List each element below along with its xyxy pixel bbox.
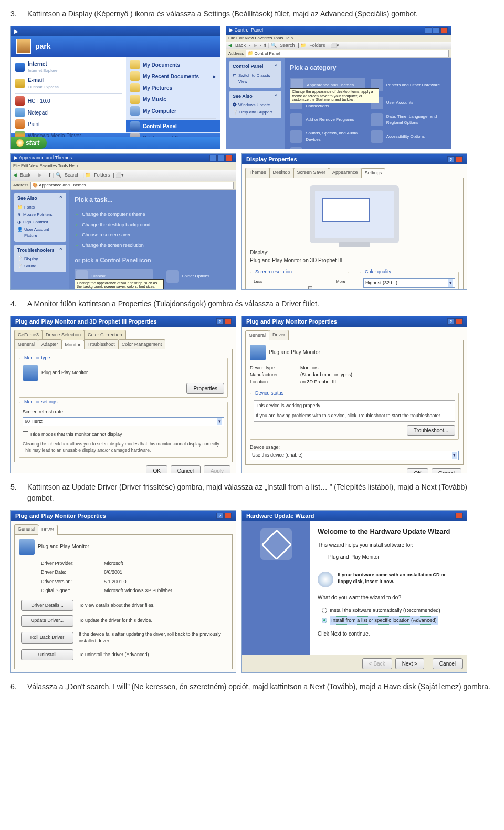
see-also-high-contrast[interactable]: ◑ High Contrast	[17, 219, 63, 226]
instruction-3-number: 3.	[10, 8, 22, 19]
category-printers[interactable]: Printers and Other Hardware	[371, 78, 446, 92]
color-quality-select[interactable]: Highest (32 bit)	[363, 278, 455, 288]
uninstall-button[interactable]: Uninstall	[21, 649, 74, 661]
start-item-my-documents[interactable]: My Documents	[126, 59, 220, 70]
menu-bar[interactable]: File Edit View Favorites Tools Help	[226, 35, 451, 42]
see-also-user-picture[interactable]: 👤 User Account Picture	[17, 226, 63, 240]
category-add-remove[interactable]: Add or Remove Programs	[290, 113, 365, 126]
see-also-help-support[interactable]: ❔ Help and Support	[233, 109, 278, 116]
start-button[interactable]: start	[11, 137, 47, 149]
tab-general[interactable]: General	[14, 524, 38, 534]
minimize-button[interactable]	[425, 27, 432, 34]
close-button[interactable]	[440, 27, 448, 34]
properties-button[interactable]: Properties	[186, 383, 224, 394]
start-item-my-music[interactable]: My Music	[126, 94, 220, 105]
refresh-rate-select[interactable]: 60 Hertz	[23, 417, 224, 427]
hide-modes-checkbox[interactable]: Hide modes that this monitor cannot disp…	[23, 431, 224, 439]
driver-details-button[interactable]: Driver Details...	[21, 600, 74, 611]
tab-adapter[interactable]: Adapter	[38, 339, 62, 349]
task-screen-resolution[interactable]: Change the screen resolution	[75, 241, 230, 251]
back-button[interactable]: ◀	[228, 42, 232, 49]
help-button[interactable]: ?	[216, 513, 224, 519]
maximize-button[interactable]	[217, 155, 225, 161]
close-button[interactable]	[224, 318, 232, 325]
ok-button[interactable]: OK	[146, 465, 167, 473]
start-item-internet[interactable]: InternetInternet Explorer	[11, 59, 126, 75]
task-change-background[interactable]: Change the desktop background	[75, 220, 230, 231]
start-item-my-computer[interactable]: My Computer	[126, 105, 220, 117]
category-sounds[interactable]: Sounds, Speech, and Audio Devices	[290, 130, 365, 143]
tab-appearance[interactable]: Appearance	[329, 168, 362, 178]
start-item-email[interactable]: E-mailOutlook Express	[11, 75, 126, 91]
task-change-theme[interactable]: Change the computer's theme	[75, 210, 230, 220]
ts-sound[interactable]: ❔ Sound	[17, 263, 63, 270]
troubleshoot-button[interactable]: Troubleshoot...	[407, 425, 455, 436]
tab-screen-saver[interactable]: Screen Saver	[293, 168, 330, 178]
tab-general[interactable]: General	[245, 330, 269, 340]
minimize-button[interactable]	[209, 155, 217, 161]
close-button[interactable]	[224, 513, 232, 519]
category-region[interactable]: Date, Time, Language, and Regional Optio…	[371, 113, 446, 126]
cancel-button[interactable]: Cancel	[432, 468, 461, 474]
wizard-heading: Welcome to the Hardware Update Wizard	[318, 526, 459, 537]
tab-device-selection[interactable]: Device Selection	[42, 330, 85, 340]
icon-folder-options[interactable]: Folder Options	[166, 269, 209, 284]
start-item-notepad[interactable]: Notepad	[11, 107, 126, 118]
address-bar[interactable]: Address 📁 Control Panel	[226, 49, 451, 58]
category-users[interactable]: User Accounts	[371, 97, 446, 109]
collapse-icon[interactable]: ⌃	[274, 93, 278, 100]
category-performance[interactable]: Performance and Maintenance	[290, 147, 365, 149]
maximize-button[interactable]	[433, 27, 440, 34]
ok-button[interactable]: OK	[407, 468, 428, 474]
switch-classic-view[interactable]: ⮂Switch to Classic View	[233, 72, 278, 86]
category-accessibility[interactable]: Accessibility Options	[371, 130, 446, 143]
tab-general[interactable]: General	[14, 339, 38, 349]
help-button[interactable]: ?	[447, 156, 455, 162]
see-also-mouse[interactable]: 🖱 Mouse Pointers	[17, 211, 63, 219]
resolution-slider[interactable]	[257, 289, 342, 290]
cancel-button[interactable]: Cancel	[433, 658, 463, 669]
apply-button[interactable]: Apply	[204, 465, 230, 473]
category-appearance-themes[interactable]: Appearance and Themes Change the appeara…	[290, 78, 365, 92]
device-usage-select[interactable]: Use this device (enable)	[250, 451, 459, 460]
icon-display[interactable]: Display Change the appearance of your de…	[75, 269, 152, 284]
tab-geforce3[interactable]: GeForce3	[14, 330, 43, 340]
tab-troubleshoot[interactable]: Troubleshoot	[84, 339, 119, 349]
next-button[interactable]: Next >	[395, 658, 424, 669]
start-item-paint[interactable]: Paint	[11, 118, 126, 130]
help-button[interactable]: ?	[447, 318, 455, 325]
tab-driver[interactable]: Driver	[38, 525, 58, 535]
start-item-control-panel[interactable]: Control Panel	[126, 120, 220, 132]
tab-themes[interactable]: Themes	[245, 168, 270, 178]
start-item-hct[interactable]: HCT 10.0	[11, 95, 126, 107]
task-screen-saver[interactable]: Choose a screen saver	[75, 230, 230, 241]
radio-install-from-list[interactable]: Install from a list or specific location…	[322, 615, 459, 626]
roll-back-driver-button[interactable]: Roll Back Driver	[21, 632, 74, 644]
radio-install-auto[interactable]: Install the software automatically (Reco…	[322, 606, 459, 615]
menu-bar[interactable]: File Edit View Favorites Tools Help	[11, 162, 236, 170]
ts-display[interactable]: ❔ Display	[17, 255, 63, 263]
tab-color-management[interactable]: Color Management	[118, 339, 166, 349]
address-bar[interactable]: Address 🎨 Appearance and Themes	[11, 181, 236, 190]
close-button[interactable]	[455, 156, 463, 162]
tab-driver[interactable]: Driver	[269, 330, 289, 340]
start-item-my-pictures[interactable]: My Pictures	[126, 82, 220, 94]
tab-desktop[interactable]: Desktop	[269, 168, 294, 178]
start-item-recent-docs[interactable]: My Recent Documents▸	[126, 70, 220, 82]
close-button[interactable]	[455, 318, 463, 325]
device-status-group: Device status This device is working pro…	[250, 390, 459, 440]
close-button[interactable]	[455, 513, 463, 519]
back-button[interactable]: < Back	[362, 658, 392, 669]
update-driver-button[interactable]: Update Driver...	[21, 615, 74, 627]
tab-monitor[interactable]: Monitor	[61, 340, 85, 350]
tab-settings[interactable]: Settings	[361, 168, 386, 178]
cancel-button[interactable]: Cancel	[201, 672, 230, 673]
ok-button[interactable]: OK	[176, 672, 197, 673]
close-button[interactable]	[225, 155, 233, 161]
cancel-button[interactable]: Cancel	[171, 465, 201, 473]
see-also-windows-update[interactable]: 🞉 Windows Update	[233, 101, 278, 109]
tab-color-correction[interactable]: Color Correction	[84, 330, 126, 340]
see-also-fonts[interactable]: 📁 Fonts	[17, 204, 63, 211]
collapse-icon[interactable]: ⌃	[274, 63, 278, 70]
help-button[interactable]: ?	[216, 318, 224, 325]
